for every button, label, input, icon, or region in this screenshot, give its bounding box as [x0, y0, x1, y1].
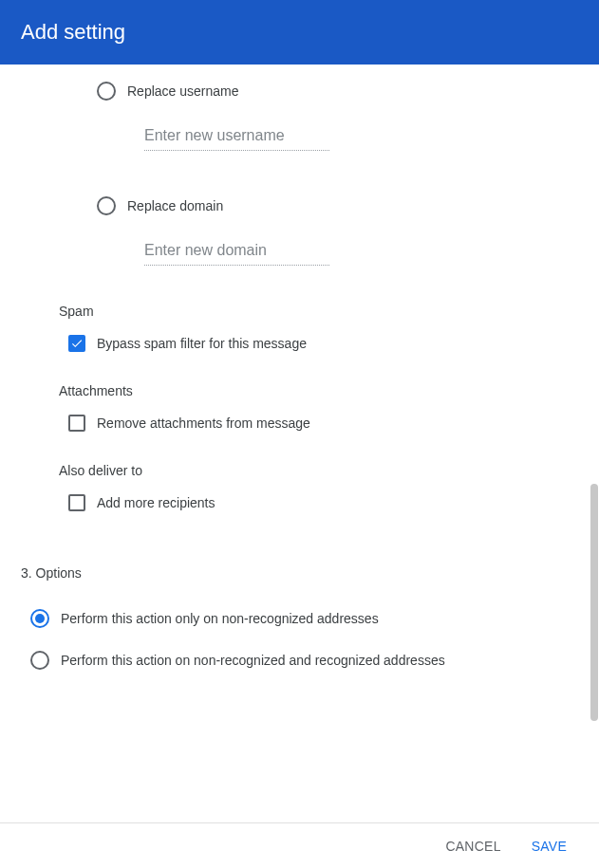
domain-input-row: [0, 236, 599, 266]
cancel-button[interactable]: CANCEL: [434, 831, 512, 861]
add-recipients-row[interactable]: Add more recipients: [0, 486, 599, 520]
radio-icon[interactable]: [30, 609, 49, 628]
radio-icon[interactable]: [97, 82, 116, 101]
add-recipients-label: Add more recipients: [97, 495, 215, 510]
dialog-footer: CANCEL SAVE: [0, 822, 599, 868]
radio-icon[interactable]: [30, 651, 49, 670]
username-input[interactable]: [144, 121, 329, 151]
option-all-addresses-row[interactable]: Perform this action on non-recognized an…: [0, 643, 599, 677]
checkbox-icon[interactable]: [68, 335, 85, 352]
deliver-section-label: Also deliver to: [0, 463, 599, 478]
checkbox-icon[interactable]: [68, 415, 85, 432]
option-nonrecognized-only-row[interactable]: Perform this action only on non-recogniz…: [0, 601, 599, 636]
attachments-section-label: Attachments: [0, 383, 599, 398]
remove-attachments-label: Remove attachments from message: [97, 416, 310, 431]
spam-section-label: Spam: [0, 304, 599, 319]
replace-username-row[interactable]: Replace username: [0, 74, 599, 108]
dialog-header: Add setting: [0, 0, 599, 65]
option-all-addresses-label: Perform this action on non-recognized an…: [61, 653, 445, 668]
radio-icon[interactable]: [97, 196, 116, 215]
replace-username-label: Replace username: [127, 83, 239, 99]
replace-domain-label: Replace domain: [127, 198, 223, 213]
checkbox-icon[interactable]: [68, 494, 85, 511]
domain-input[interactable]: [144, 236, 329, 266]
replace-domain-row[interactable]: Replace domain: [0, 189, 599, 223]
username-input-row: [0, 121, 599, 151]
dialog-content: Replace username Replace domain Spam Byp…: [0, 65, 599, 823]
option-nonrecognized-only-label: Perform this action only on non-recogniz…: [61, 611, 379, 626]
radio-inner-icon: [35, 614, 45, 623]
bypass-spam-label: Bypass spam filter for this message: [97, 336, 307, 351]
options-header: 3. Options: [0, 565, 599, 581]
remove-attachments-row[interactable]: Remove attachments from message: [0, 406, 599, 440]
save-button[interactable]: SAVE: [520, 831, 578, 861]
scrollbar[interactable]: [590, 484, 598, 721]
dialog-title: Add setting: [21, 20, 125, 45]
bypass-spam-row[interactable]: Bypass spam filter for this message: [0, 326, 599, 360]
check-icon: [70, 337, 84, 350]
